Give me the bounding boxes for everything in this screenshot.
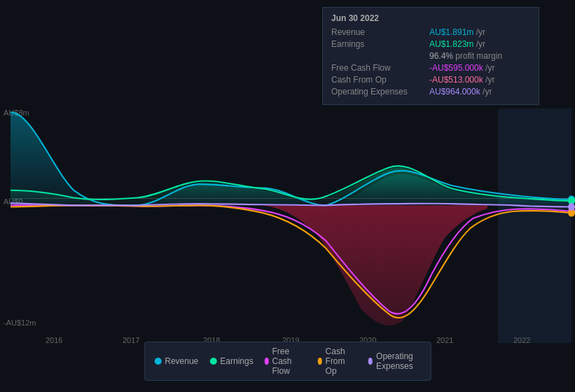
x-label-2021: 2021 bbox=[436, 336, 453, 344]
legend-label-earnings: Earnings bbox=[220, 356, 253, 366]
cashop-value: -AU$513.000k /yr bbox=[429, 75, 530, 85]
legend-label-cashop: Cash From Op bbox=[326, 346, 358, 376]
legend-item-revenue[interactable]: Revenue bbox=[154, 356, 198, 366]
x-label-2016: 2016 bbox=[46, 336, 62, 344]
x-label-2017: 2017 bbox=[123, 336, 139, 344]
earnings-value: AU$1.823m /yr bbox=[429, 39, 530, 49]
legend-item-opex[interactable]: Operating Expenses bbox=[368, 351, 421, 371]
earnings-label: Earnings bbox=[331, 39, 429, 49]
chart-svg bbox=[11, 108, 571, 343]
info-row-opex: Operating Expenses AU$964.000k /yr bbox=[331, 87, 530, 97]
info-row-revenue: Revenue AU$1.891m /yr bbox=[331, 27, 530, 37]
x-label-2022: 2022 bbox=[513, 336, 530, 344]
legend-item-fcf[interactable]: Free Cash Flow bbox=[265, 346, 307, 376]
info-box: Jun 30 2022 Revenue AU$1.891m /yr Earnin… bbox=[322, 7, 539, 105]
cashop-label: Cash From Op bbox=[331, 75, 429, 85]
legend-item-cashop[interactable]: Cash From Op bbox=[318, 346, 357, 376]
revenue-value: AU$1.891m /yr bbox=[429, 27, 530, 37]
fcf-value: -AU$595.000k /yr bbox=[429, 63, 530, 73]
legend-label-fcf: Free Cash Flow bbox=[272, 346, 306, 376]
margin-value: 96.4% profit margin bbox=[429, 51, 530, 61]
revenue-line bbox=[11, 112, 571, 205]
info-row-margin: 96.4% profit margin bbox=[331, 51, 530, 61]
info-box-title: Jun 30 2022 bbox=[331, 13, 530, 23]
legend-item-earnings[interactable]: Earnings bbox=[209, 356, 253, 366]
legend-dot-opex bbox=[368, 358, 373, 365]
legend-label-revenue: Revenue bbox=[165, 356, 198, 366]
info-row-fcf: Free Cash Flow -AU$595.000k /yr bbox=[331, 63, 530, 73]
fcf-label: Free Cash Flow bbox=[331, 63, 429, 73]
opex-label: Operating Expenses bbox=[331, 87, 429, 97]
legend-dot-revenue bbox=[154, 358, 161, 365]
earnings-line bbox=[11, 166, 571, 201]
legend-dot-cashop bbox=[318, 358, 322, 365]
cashop-line bbox=[11, 205, 571, 318]
opex-end-dot bbox=[568, 203, 575, 211]
revenue-label: Revenue bbox=[331, 27, 429, 37]
info-row-earnings: Earnings AU$1.823m /yr bbox=[331, 39, 530, 49]
opex-value: AU$964.000k /yr bbox=[429, 87, 530, 97]
legend-dot-earnings bbox=[209, 358, 216, 365]
legend-dot-fcf bbox=[265, 358, 269, 365]
chart-container: Jun 30 2022 Revenue AU$1.891m /yr Earnin… bbox=[0, 0, 575, 392]
legend: Revenue Earnings Free Cash Flow Cash Fro… bbox=[144, 342, 431, 381]
info-row-cashop: Cash From Op -AU$513.000k /yr bbox=[331, 75, 530, 85]
chart-area bbox=[11, 108, 571, 343]
fcf-line bbox=[11, 205, 571, 314]
legend-label-opex: Operating Expenses bbox=[376, 351, 421, 371]
